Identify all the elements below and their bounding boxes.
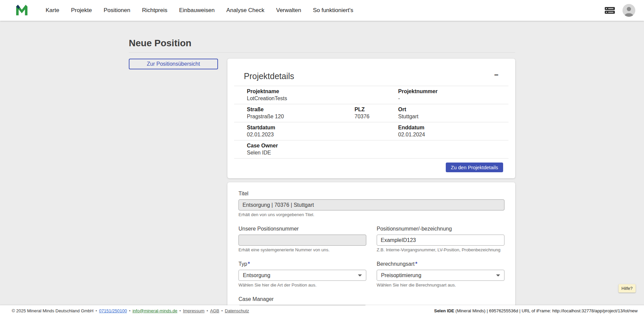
table-row: Straße Pragstraße 120 PLZ 70376 Ort Stut…: [234, 104, 508, 122]
field-projektnummer: Projektnummer -: [398, 88, 508, 102]
table-row: Startdatum 02.01.2023 Enddatum 02.01.202…: [234, 122, 508, 140]
back-to-positions-button[interactable]: Zur Positionsübersicht: [129, 59, 218, 69]
nav-item-analyse-check[interactable]: Analyse Check: [226, 7, 264, 14]
field-unsere-positionsnummer: Unsere Positionsnummer Erhält eine syste…: [238, 226, 366, 253]
minus-icon: −: [494, 71, 498, 79]
phone-link[interactable]: 07151/250100: [99, 308, 127, 313]
nav-item-richtpreis[interactable]: Richtpreis: [142, 7, 167, 14]
required-asterisk: *: [415, 261, 417, 267]
field-ort: Ort Stuttgart: [398, 106, 508, 120]
server-icon[interactable]: [604, 6, 615, 14]
titel-input: [238, 199, 504, 210]
enddatum-label: Enddatum: [398, 124, 508, 131]
projektname-value: LotCreationTests: [247, 95, 398, 102]
copyright-text: © 2025 Mineral Minds Deutschland GmbH: [12, 308, 94, 313]
field-startdatum: Startdatum 02.01.2023: [234, 124, 398, 138]
separator: •: [96, 308, 97, 313]
nav-item-projekte[interactable]: Projekte: [71, 7, 92, 14]
unsere-positionsnummer-label: Unsere Positionsnummer: [238, 226, 366, 232]
nav-item-karte[interactable]: Karte: [46, 7, 59, 14]
field-strasse: Straße Pragstraße 120: [234, 106, 355, 120]
nav-item-positionen[interactable]: Positionen: [104, 7, 130, 14]
footer-left: © 2025 Mineral Minds Deutschland GmbH • …: [12, 308, 249, 313]
top-navigation: Karte Projekte Positionen Richtpreis Ein…: [0, 0, 644, 21]
ort-value: Stuttgart: [398, 113, 508, 120]
table-row: Projektname LotCreationTests Projektnumm…: [234, 86, 508, 104]
help-button[interactable]: Hilfe?: [619, 284, 636, 293]
email-link[interactable]: info@mineral-minds.de: [132, 308, 177, 313]
berechnungsart-selected-value: Preisoptimierung: [381, 272, 421, 278]
go-to-project-details-button[interactable]: Zu den Projektdetails: [446, 163, 503, 172]
typ-selected-value: Entsorgung: [243, 272, 270, 278]
unsere-positionsnummer-input: [238, 235, 366, 246]
agb-link[interactable]: AGB: [210, 308, 219, 313]
enddatum-value: 02.01.2024: [398, 131, 508, 138]
user-avatar[interactable]: [623, 4, 635, 17]
startdatum-value: 02.01.2023: [247, 131, 398, 138]
nav-item-einbauweisen[interactable]: Einbauweisen: [179, 7, 215, 14]
typ-hint: Wählen Sie hier die Art der Position aus…: [238, 282, 366, 288]
case-owner-label: Case Owner: [247, 142, 508, 149]
plz-value: 70376: [355, 113, 398, 120]
separator: •: [221, 308, 223, 313]
table-row: Case Owner Selen IDE: [234, 140, 508, 159]
field-case-manager: Case Manager: [238, 296, 366, 305]
right-column: Projektdetails − Projektname LotCreation…: [227, 59, 515, 305]
positionsnummer-label: Positionsnummer/-bezeichnung: [377, 226, 504, 232]
projektnummer-label: Projektnummer: [398, 88, 508, 94]
case-owner-value: Selen IDE: [247, 149, 508, 156]
left-column: Zur Positionsübersicht: [129, 59, 218, 69]
page-title: Neue Position: [129, 38, 515, 49]
impressum-link[interactable]: Impressum: [183, 308, 204, 313]
field-plz: PLZ 70376: [355, 106, 398, 120]
titel-label: Titel: [238, 190, 504, 197]
field-typ: Typ* Entsorgung Wählen Sie hier die Art …: [238, 261, 366, 288]
case-manager-label: Case Manager: [238, 296, 366, 302]
separator: •: [129, 308, 130, 313]
title-divider: [129, 52, 515, 53]
chevron-down-icon: [496, 274, 500, 276]
separator: •: [179, 308, 181, 313]
strasse-label: Straße: [247, 106, 355, 113]
typ-label: Typ*: [238, 261, 366, 267]
project-details-title: Projektdetails: [244, 71, 294, 81]
brand-logo[interactable]: [15, 3, 29, 18]
berechnungsart-hint: Wählen Sie hier die Berechnungsart aus.: [377, 282, 504, 288]
main-content: Neue Position Zur Positionsübersicht Pro…: [0, 21, 644, 305]
ort-label: Ort: [398, 106, 508, 113]
nav-item-verwalten[interactable]: Verwalten: [276, 7, 301, 14]
strasse-value: Pragstraße 120: [247, 113, 355, 120]
session-user: Selen IDE: [434, 308, 454, 313]
nav-item-so-funktionierts[interactable]: So funktioniert's: [313, 7, 353, 14]
collapse-card-button[interactable]: −: [493, 71, 500, 79]
plz-label: PLZ: [355, 106, 398, 113]
mineral-minds-logo-icon: [15, 3, 29, 18]
field-enddatum: Enddatum 02.01.2024: [398, 124, 508, 138]
footer-session-info: Selen IDE (Mineral Minds) | 69576255536d…: [434, 308, 638, 313]
startdatum-label: Startdatum: [247, 124, 398, 131]
field-case-owner: Case Owner Selen IDE: [234, 142, 508, 156]
typ-select[interactable]: Entsorgung: [238, 270, 366, 281]
berechnungsart-select[interactable]: Preisoptimierung: [377, 270, 504, 281]
positionsnummer-input[interactable]: [377, 235, 504, 246]
berechnungsart-label: Berechnungsart*: [377, 261, 504, 267]
project-details-table: Projektname LotCreationTests Projektnumm…: [234, 86, 508, 159]
project-details-card: Projektdetails − Projektname LotCreation…: [227, 59, 515, 178]
main-menu: Karte Projekte Positionen Richtpreis Ein…: [46, 7, 353, 14]
footer: © 2025 Mineral Minds Deutschland GmbH • …: [0, 305, 644, 316]
nav-right-controls: [604, 4, 635, 17]
session-details: (Mineral Minds) | 69576255536d | URL of …: [454, 308, 638, 313]
field-berechnungsart: Berechnungsart* Preisoptimierung Wählen …: [377, 261, 504, 288]
unsere-positionsnummer-hint: Erhält eine systemgenerierte Nummer von …: [238, 247, 366, 253]
field-positionsnummer: Positionsnummer/-bezeichnung Z.B. Intern…: [377, 226, 504, 253]
separator: •: [207, 308, 208, 313]
field-projektname: Projektname LotCreationTests: [234, 88, 398, 102]
new-position-form-card: Titel Erhält den von uns vorgegebenen Ti…: [227, 182, 515, 305]
datenschutz-link[interactable]: Datenschutz: [225, 308, 249, 313]
required-asterisk: *: [248, 261, 250, 267]
positionsnummer-hint: Z.B. Interne-Vorgangsnummer, LV-Position…: [377, 247, 504, 253]
projektnummer-value: -: [398, 95, 508, 102]
titel-hint: Erhält den von uns vorgegebenen Titel.: [238, 212, 504, 217]
projektname-label: Projektname: [247, 88, 398, 94]
chevron-down-icon: [358, 274, 362, 276]
